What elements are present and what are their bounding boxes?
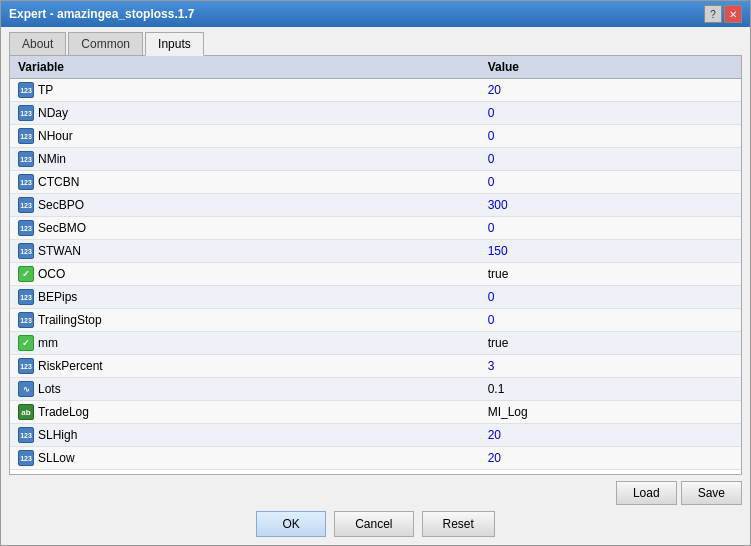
variable-cell: abTradeLog [10,401,480,424]
numeric-icon: 123 [18,197,34,213]
variable-cell: 123SecBMO [10,217,480,240]
variable-name: TradeLog [38,405,89,419]
variables-table: Variable Value 123TP20123NDay0123NHour01… [10,56,741,470]
double-icon: ∿ [18,381,34,397]
numeric-icon: 123 [18,427,34,443]
value-cell[interactable]: 0 [480,148,741,171]
load-button[interactable]: Load [616,481,677,505]
tab-about[interactable]: About [9,32,66,56]
ok-cancel-row: OK Cancel Reset [9,511,742,537]
value-cell[interactable]: 0 [480,286,741,309]
value-cell[interactable]: 3 [480,355,741,378]
table-row[interactable]: abTradeLogMI_Log [10,401,741,424]
table-row[interactable]: ✓mmtrue [10,332,741,355]
table-row[interactable]: 123BEPips0 [10,286,741,309]
value-cell[interactable]: 0 [480,309,741,332]
variable-name: BEPips [38,290,77,304]
tab-bar: About Common Inputs [9,31,742,55]
value-cell[interactable]: 20 [480,447,741,470]
variable-name: NMin [38,152,66,166]
variable-cell: 123CTCBN [10,171,480,194]
variable-cell: 123SLLow [10,447,480,470]
variable-cell: 123BEPips [10,286,480,309]
variable-name: STWAN [38,244,81,258]
numeric-icon: 123 [18,82,34,98]
variable-cell: ✓mm [10,332,480,355]
variable-cell: 123TrailingStop [10,309,480,332]
table-row[interactable]: 123TrailingStop0 [10,309,741,332]
close-button[interactable]: ✕ [724,5,742,23]
save-button[interactable]: Save [681,481,742,505]
value-cell[interactable]: 300 [480,194,741,217]
variable-name: Lots [38,382,61,396]
value-cell[interactable]: true [480,332,741,355]
numeric-icon: 123 [18,220,34,236]
variable-cell: ∿Lots [10,378,480,401]
table-row[interactable]: 123SecBMO0 [10,217,741,240]
value-cell[interactable]: 0 [480,171,741,194]
table-row[interactable]: 123CTCBN0 [10,171,741,194]
variable-cell: 123SLHigh [10,424,480,447]
table-row[interactable]: 123SLHigh20 [10,424,741,447]
variable-name: NHour [38,129,73,143]
value-cell[interactable]: 0 [480,217,741,240]
numeric-icon: 123 [18,243,34,259]
value-cell[interactable]: 20 [480,424,741,447]
cancel-button[interactable]: Cancel [334,511,413,537]
bottom-area: Load Save OK Cancel Reset [9,475,742,537]
variable-cell: 123NHour [10,125,480,148]
tab-inputs[interactable]: Inputs [145,32,204,56]
value-cell[interactable]: 150 [480,240,741,263]
value-cell[interactable]: MI_Log [480,401,741,424]
window-body: About Common Inputs Variable Value 123TP… [1,27,750,545]
table-row[interactable]: ∿Lots0.1 [10,378,741,401]
variable-name: TP [38,83,53,97]
reset-button[interactable]: Reset [422,511,495,537]
title-bar-buttons: ? ✕ [704,5,742,23]
ok-button[interactable]: OK [256,511,326,537]
col-value-header: Value [480,56,741,79]
variable-name: OCO [38,267,65,281]
variable-name: RiskPercent [38,359,103,373]
table-row[interactable]: 123NMin0 [10,148,741,171]
variable-cell: 123NMin [10,148,480,171]
table-row[interactable]: 123TP20 [10,79,741,102]
numeric-icon: 123 [18,289,34,305]
table-row[interactable]: 123NDay0 [10,102,741,125]
variable-name: SLHigh [38,428,77,442]
table-row[interactable]: 123RiskPercent3 [10,355,741,378]
value-cell[interactable]: 0.1 [480,378,741,401]
numeric-icon: 123 [18,312,34,328]
tab-common[interactable]: Common [68,32,143,56]
numeric-icon: 123 [18,174,34,190]
tab-content-inputs: Variable Value 123TP20123NDay0123NHour01… [9,55,742,475]
value-cell[interactable]: 0 [480,125,741,148]
table-row[interactable]: 123STWAN150 [10,240,741,263]
string-icon: ab [18,404,34,420]
variable-name: SecBPO [38,198,84,212]
window-title: Expert - amazingea_stoploss.1.7 [9,7,194,21]
table-header-row: Variable Value [10,56,741,79]
variable-name: CTCBN [38,175,79,189]
help-button[interactable]: ? [704,5,722,23]
variable-cell: 123RiskPercent [10,355,480,378]
value-cell[interactable]: 20 [480,79,741,102]
numeric-icon: 123 [18,358,34,374]
numeric-icon: 123 [18,450,34,466]
variable-name: TrailingStop [38,313,102,327]
title-bar: Expert - amazingea_stoploss.1.7 ? ✕ [1,1,750,27]
variable-name: mm [38,336,58,350]
table-row[interactable]: 123SLLow20 [10,447,741,470]
col-variable-header: Variable [10,56,480,79]
table-row[interactable]: 123SecBPO300 [10,194,741,217]
table-row[interactable]: ✓OCOtrue [10,263,741,286]
variable-cell: 123SecBPO [10,194,480,217]
value-cell[interactable]: 0 [480,102,741,125]
variable-name: SecBMO [38,221,86,235]
numeric-icon: 123 [18,151,34,167]
table-row[interactable]: 123NHour0 [10,125,741,148]
value-cell[interactable]: true [480,263,741,286]
variable-cell: 123STWAN [10,240,480,263]
variables-table-container[interactable]: Variable Value 123TP20123NDay0123NHour01… [10,56,741,474]
variable-name: SLLow [38,451,75,465]
